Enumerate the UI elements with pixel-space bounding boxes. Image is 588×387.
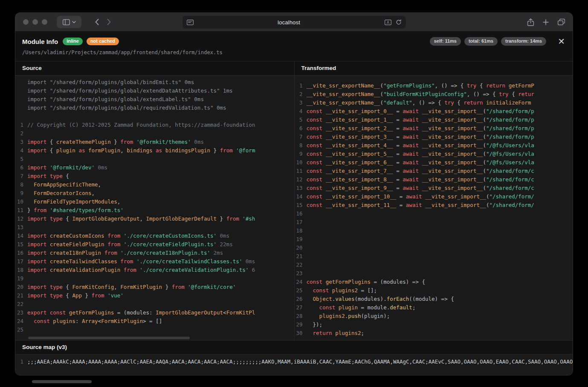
code-line <box>15 112 294 121</box>
code-line: 11const __vite_ssr_import_7__ = await __… <box>295 167 573 175</box>
code-line: 2__vite_ssr_exportName__("buildFormKitPl… <box>295 90 573 99</box>
sidebar-toggle-button[interactable] <box>57 16 81 28</box>
line-number: 21 <box>295 252 307 261</box>
line-number: 9 <box>295 150 307 158</box>
code-panels: Source import "/shared/form/plugins/glob… <box>15 61 573 340</box>
code-line: 13 <box>15 223 294 232</box>
line-number: 7 <box>15 172 27 180</box>
code-line: 7const __vite_ssr_import_3__ = await __v… <box>295 133 573 141</box>
window-minimize-button[interactable] <box>32 19 38 25</box>
translate-icon[interactable]: A <box>385 20 391 25</box>
line-number: 3 <box>15 138 27 146</box>
window-close-button[interactable] <box>23 19 29 25</box>
line-number: 8 <box>15 180 27 189</box>
line-number: 13 <box>15 223 27 232</box>
line-content: __vite_ssr_exportName__("buildFormKitPlu… <box>307 90 534 99</box>
transformed-panel: Transformed 1__vite_ssr_exportName__("ge… <box>294 61 573 340</box>
transformed-code[interactable]: 1__vite_ssr_exportName__("getFormPlugins… <box>295 76 573 340</box>
line-number: 13 <box>295 184 307 192</box>
line-content: // Copyright (C) 2012-2025 Zammad Founda… <box>27 121 255 129</box>
line-content: const __vite_ssr_import_11__ = await __v… <box>307 201 534 210</box>
close-button[interactable]: ✕ <box>558 37 565 46</box>
line-number: 26 <box>295 295 307 303</box>
line-number: 15 <box>15 240 27 249</box>
line-number: 17 <box>15 257 27 266</box>
window-zoom-button[interactable] <box>42 19 47 25</box>
chevron-left-icon <box>95 19 99 25</box>
horizontal-scrollbar[interactable] <box>28 337 190 339</box>
line-number: 15 <box>295 201 307 210</box>
line-content: import type { App } from 'vue' <box>27 291 124 300</box>
line-number: 1 <box>295 81 307 90</box>
code-line: 25 const plugins2 = []; <box>295 286 573 295</box>
line-number: 21 <box>15 291 27 300</box>
back-button[interactable] <box>91 16 103 28</box>
code-line: 25 <box>15 326 294 334</box>
code-line: 3import { createThemePlugin } from '@for… <box>15 138 294 146</box>
code-line: 16 <box>295 210 573 218</box>
code-line: 9 FormDecoratorIcons, <box>15 189 294 198</box>
code-line: 18import createValidationPlugin from './… <box>15 266 294 274</box>
code-line: 8 FormAppSpecificTheme, <box>15 180 294 189</box>
code-line: 4const __vite_ssr_import_0__ = await __v… <box>295 107 573 116</box>
chevron-right-icon <box>107 19 111 25</box>
line-number: 8 <box>295 141 307 150</box>
new-tab-button[interactable] <box>543 16 549 28</box>
code-line: 23 <box>295 269 573 278</box>
line-number: 11 <box>295 167 307 175</box>
forward-button[interactable] <box>103 16 115 28</box>
line-content: FormFieldTypeImportModules, <box>27 198 120 206</box>
code-line: 3__vite_ssr_exportName__("default", () =… <box>295 99 573 107</box>
code-line: 17import createTailwindClasses from './c… <box>15 257 294 266</box>
line-content: import { plugin as formPlugin, bindings … <box>27 146 255 155</box>
plus-icon <box>543 19 549 25</box>
line-content: import createTailwindClasses from './cor… <box>27 257 255 266</box>
code-line: 12import type { ImportGlobEagerOutput, I… <box>15 215 294 223</box>
code-line: 7import type { <box>15 172 294 180</box>
line-content: const __vite_ssr_import_5__ = await __vi… <box>307 150 534 158</box>
line-content: export const getFormPlugins = (modules: … <box>27 308 255 317</box>
code-line: 12const __vite_ssr_import_8__ = await __… <box>295 175 573 184</box>
source-panel-title: Source <box>15 61 294 76</box>
source-code[interactable]: import "/shared/form/plugins/global/bind… <box>15 76 294 340</box>
line-number: 5 <box>295 116 307 124</box>
reader-icon[interactable] <box>187 20 194 25</box>
line-content: import createCustomIcons from './core/cr… <box>27 232 229 240</box>
share-button[interactable] <box>527 16 534 28</box>
code-line: 1;;;AAEA;AAAkC;AAAA;AAAA;AAAA;AAClC;AAEA… <box>15 358 573 366</box>
browser-toolbar: localhost A <box>15 13 573 32</box>
line-number: 2 <box>295 90 307 99</box>
line-number: 16 <box>295 210 307 218</box>
reload-icon[interactable] <box>396 19 402 25</box>
code-line: 13const __vite_ssr_import_9__ = await __… <box>295 184 573 192</box>
browser-window: localhost A <box>15 13 573 375</box>
module-info-header: Module Info inline not cached self: 11ms… <box>15 32 573 47</box>
code-line: 5const __vite_ssr_import_1__ = await __v… <box>295 116 573 124</box>
line-number: 6 <box>15 163 27 172</box>
address-bar[interactable]: localhost A <box>182 16 406 29</box>
code-line: 1// Copyright (C) 2012-2025 Zammad Found… <box>15 121 294 129</box>
line-content: const __vite_ssr_import_7__ = await __vi… <box>307 167 534 175</box>
line-content: import type { FormKitConfig, FormKitPlug… <box>27 283 236 291</box>
dock-hint-bar <box>32 380 92 383</box>
code-line: 21import type { App } from 'vue' <box>15 291 294 300</box>
line-content: __vite_ssr_exportName__("default", () =>… <box>307 99 531 107</box>
line-number: 9 <box>15 189 27 198</box>
line-content: import '@formkit/dev' 0ms <box>27 163 107 172</box>
code-line: 14import createCustomIcons from './core/… <box>15 232 294 240</box>
line-number: 12 <box>295 175 307 184</box>
line-content: const __vite_ssr_import_6__ = await __vi… <box>307 158 534 167</box>
code-line: 20import type { FormKitConfig, FormKitPl… <box>15 283 294 291</box>
sourcemap-code[interactable]: 1;;;AAEA;AAAkC;AAAA;AAAA;AAAA;AAClC;AAEA… <box>15 355 573 375</box>
transformed-panel-title: Transformed <box>295 61 573 76</box>
code-line: 4import { plugin as formPlugin, bindings… <box>15 146 294 155</box>
total-time-badge: total: 61ms <box>464 37 498 46</box>
line-content: const __vite_ssr_import_4__ = await __vi… <box>307 141 534 150</box>
line-number: 4 <box>15 146 27 155</box>
line-content: Object.values(modules).forEach((module) … <box>307 295 454 303</box>
code-line: 30 return plugins2; <box>295 329 573 338</box>
line-content: const __vite_ssr_import_9__ = await __vi… <box>307 184 534 192</box>
line-content: import "/shared/form/plugins/global/bind… <box>27 78 194 87</box>
inline-badge: inline <box>63 38 83 45</box>
tab-overview-button[interactable] <box>558 16 565 28</box>
